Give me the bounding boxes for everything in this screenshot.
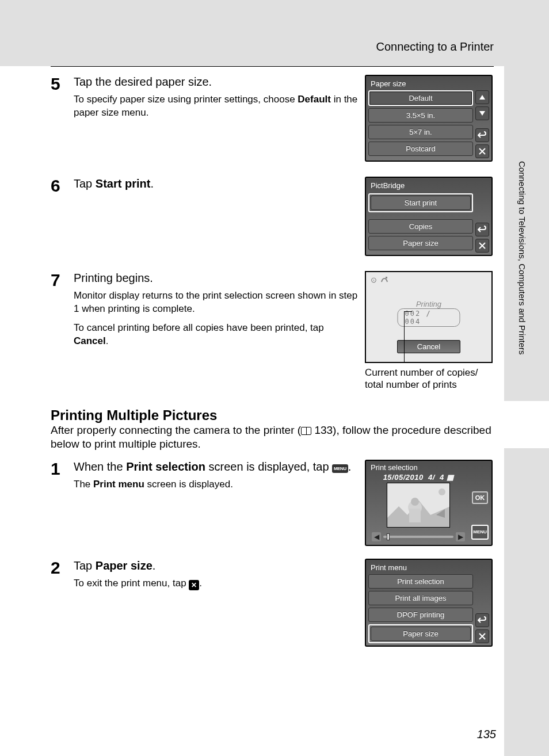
back-button[interactable] [475,128,489,142]
step-title: Tap Start print. [74,177,359,190]
menu-icon: MENU [332,464,348,474]
start-print-highlight: Start print [368,193,473,212]
step-number: 1 [51,460,74,478]
dpof-printing-option[interactable]: DPOF printing [368,608,473,622]
step-5: 5 Tap the desired paper size. To specify… [51,75,494,162]
side-tab-label: Connecting to Televisions, Computers and… [517,161,527,355]
back-button[interactable] [475,613,489,627]
menu-button[interactable]: MENU [471,525,489,540]
svg-point-5 [439,488,445,495]
step-6: 6 Tap Start print. PictBridge Start prin… [51,177,494,256]
paper-size-option-35x5[interactable]: 3.5×5 in. [368,108,473,123]
close-button[interactable] [475,629,489,643]
close-icon: ✕ [189,580,199,590]
section-intro: After properly connecting the camera to … [51,423,494,452]
step-title: Printing begins. [74,271,359,285]
paper-size-option[interactable]: Paper size [368,236,473,250]
step-number: 6 [51,177,74,195]
paper-size-screen: Paper size Default 3.5×5 in. 5×7 in. Pos… [365,75,493,162]
step-title: Tap the desired paper size. [74,75,359,89]
step-number: 5 [51,75,74,93]
step-title: When the Print selection screen is displ… [74,460,359,474]
page-reference-icon [301,427,311,435]
m-step-2: 2 Tap Paper size. To exit the print menu… [51,559,494,647]
photo-thumbnail[interactable] [387,483,450,528]
scroll-up-button[interactable] [475,90,489,104]
svg-marker-1 [479,111,485,116]
printer-icon: ▦ [447,473,454,482]
svg-marker-0 [479,95,485,100]
paper-size-option-postcard[interactable]: Postcard [368,142,473,156]
printing-progress-screen: ⊙ Printing 002 / 004 Cancel [365,271,493,363]
step-title: Tap Paper size. [74,559,359,572]
scroll-down-button[interactable] [475,106,489,120]
paper-size-option-5x7[interactable]: 5×7 in. [368,125,473,139]
paper-size-option[interactable]: Paper size [371,627,471,641]
close-button[interactable] [475,239,489,253]
pictbridge-icon [380,275,388,285]
svg-point-8 [411,498,419,506]
warning-icon: ⊙ [371,276,377,284]
copies-option[interactable]: Copies [368,219,473,234]
screen-title: Print menu [368,562,489,574]
printing-status: Printing [366,300,491,308]
step-7: 7 Printing begins. Monitor display retur… [51,271,494,391]
ok-button[interactable]: OK [472,491,488,504]
step-text: Monitor display returns to the print sel… [74,289,359,316]
pictbridge-screen: PictBridge Start print Copies Paper size [365,177,493,256]
step-text: To specify paper size using printer sett… [74,93,359,120]
print-selection-screen: Print selection 15/05/2010 4/ 4 ▦ [365,460,493,546]
back-button[interactable] [475,223,489,236]
screen-title: Paper size [368,78,489,90]
page-number: 135 [477,728,496,741]
progress-caption: Current number of copies/ total number o… [365,366,494,391]
paper-size-option-default[interactable]: Default [368,90,473,106]
step-text: The Print menu screen is displayed. [74,478,359,491]
print-all-option[interactable]: Print all images [368,591,473,605]
step-text: To cancel printing before all copies hav… [74,322,359,348]
print-selection-option[interactable]: Print selection [368,574,473,589]
start-print-option[interactable]: Start print [371,196,471,210]
screen-title: PictBridge [368,180,489,192]
print-menu-screen: Print menu Print selection Print all ima… [365,559,493,647]
section-title: Printing Multiple Pictures [51,407,494,423]
svg-rect-2 [386,277,387,278]
step-text: To exit the print menu, tap ✕. [74,577,359,590]
prev-arrow-icon[interactable]: ◀ [372,532,381,541]
screen-title: Print selection [366,461,491,473]
cancel-button[interactable]: Cancel [397,340,460,353]
step-number: 2 [51,559,74,577]
chapter-header: Connecting to a Printer [51,40,494,54]
step-number: 7 [51,271,74,289]
paper-size-highlight: Paper size [368,624,473,643]
svg-rect-9 [409,509,421,522]
selection-info: 15/05/2010 4/ 4 ▦ [368,473,468,482]
close-button[interactable] [475,144,489,158]
next-arrow-icon[interactable]: ▶ [456,532,465,541]
thumbnail-slider[interactable]: ◀ ▶ [372,532,465,541]
m-step-1: 1 When the Print selection screen is dis… [51,460,494,546]
